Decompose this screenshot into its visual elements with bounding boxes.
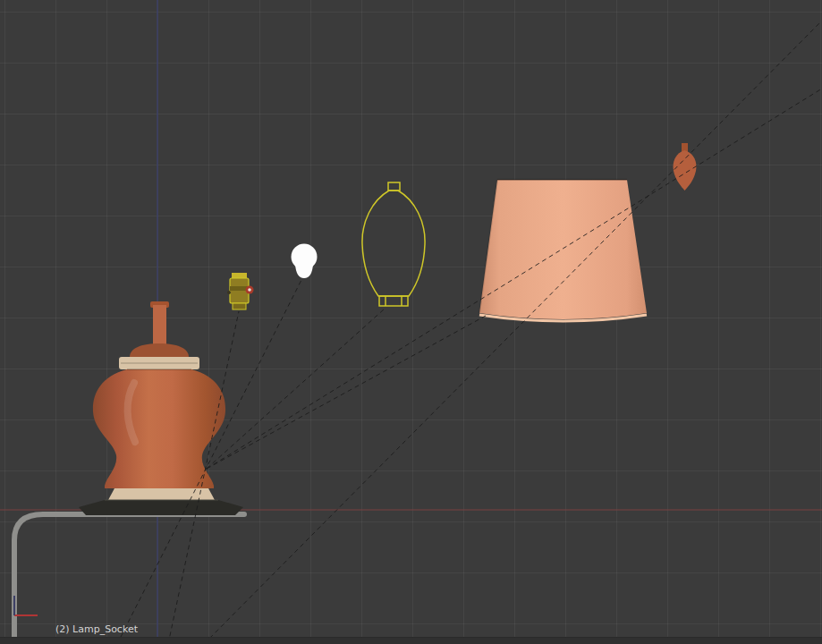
socket-knob-center (248, 288, 251, 292)
viewport-canvas: (2) Lamp_Socket (0, 0, 822, 644)
bottom-strip (0, 638, 822, 644)
lamp-harp-object[interactable] (362, 182, 425, 306)
socket-base (233, 303, 246, 309)
lamp-vase-body (93, 369, 225, 488)
lampshade-body (479, 180, 647, 319)
lamp-socket-object[interactable] (227, 273, 254, 309)
active-object-label: (2) Lamp_Socket (55, 623, 139, 635)
relationship-lines (117, 23, 822, 644)
3d-viewport[interactable]: (2) Lamp_Socket (0, 0, 822, 644)
lampshade-object[interactable] (479, 180, 647, 321)
finial-body (674, 150, 697, 191)
bottom-editor-edge (0, 638, 822, 644)
relationship-line-shade (207, 316, 486, 469)
mini-axis-gizmo (14, 596, 38, 615)
relationship-line-long (204, 23, 819, 644)
relationship-line-harp (207, 309, 384, 469)
bulb-globe (292, 244, 318, 270)
lamp-rod (153, 305, 166, 344)
lamp-base-plate (79, 500, 243, 515)
harp-top-tab (388, 182, 400, 191)
lamp-base-object[interactable] (79, 301, 243, 515)
lamp-cap (130, 343, 189, 357)
socket-left-stud (227, 291, 231, 294)
harp-foot (379, 296, 408, 306)
light-bulb-object[interactable] (292, 244, 318, 279)
harp-outline (362, 191, 425, 296)
